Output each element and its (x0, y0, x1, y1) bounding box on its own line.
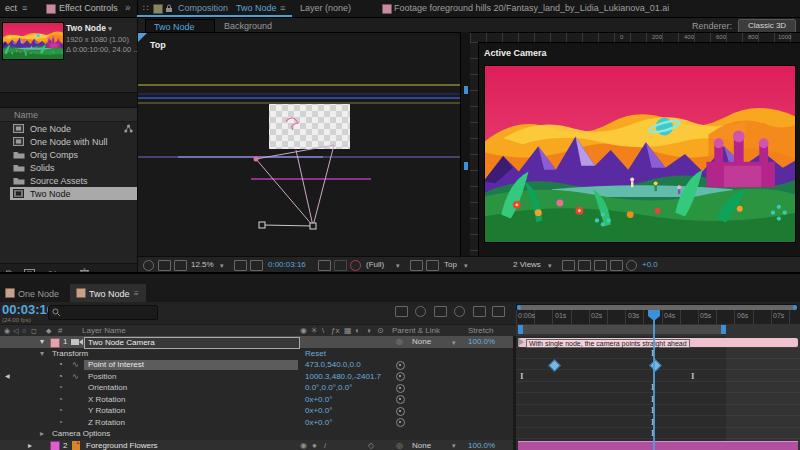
switch-icon-adjustment[interactable]: ◑ (366, 327, 371, 335)
graph-area[interactable] (516, 336, 800, 450)
viewport-active-camera[interactable]: 0 200 400 600 800 1000 Active Camera (470, 32, 800, 257)
timeline-tab-menu-icon[interactable]: ≡ (134, 290, 139, 298)
layer-row-two-node-camera[interactable]: ▾ 1 Two Node Camera ◎ None ▾ 100.0% (0, 336, 513, 348)
switch-icon-shy[interactable]: ◉ (300, 327, 307, 335)
project-item-one-node[interactable]: One Node (0, 122, 137, 135)
comp-panel-menu-icon[interactable]: ≡ (280, 4, 285, 13)
camera-options-group-row[interactable]: ▸ Camera Options (0, 428, 513, 440)
keyframe-indicator[interactable] (396, 372, 405, 381)
region-of-interest-icon[interactable] (410, 260, 423, 271)
quality-toggle-icon[interactable]: / (324, 442, 326, 450)
work-area-start-handle[interactable] (518, 325, 523, 334)
parent-select[interactable]: None (412, 338, 431, 346)
3d-toggle-icon[interactable]: ◇ (368, 442, 374, 450)
frame-blend-icon[interactable] (434, 306, 447, 317)
view-layout-select[interactable]: 2 Views (513, 261, 541, 269)
prop-value[interactable]: 473.0,540.0,0.0 (305, 361, 361, 369)
prop-row-position[interactable]: ◀ ◔ ∿ Position 1000.3,480.0,-2401.7 (0, 371, 513, 383)
prop-row-y-rotation[interactable]: ◔ Y Rotation 0x+0.0° (0, 405, 513, 417)
keyframe-indicator[interactable] (396, 407, 405, 416)
zoom-level[interactable]: 12.5% (191, 261, 214, 269)
prop-value[interactable]: 0x+0.0° (305, 419, 332, 427)
prop-value[interactable]: 0.0°,0.0°,0.0° (305, 384, 352, 392)
work-area-bar[interactable] (518, 325, 726, 334)
parent-chevron-icon[interactable]: ▾ (452, 339, 456, 346)
comp-timecode[interactable]: 0:00:03:16 (268, 261, 306, 269)
pickwhip-icon[interactable]: ◎ (396, 442, 403, 450)
renderer-button[interactable]: Classic 3D (738, 19, 796, 33)
project-search-field[interactable] (0, 92, 137, 108)
primary-viewer-icon[interactable] (158, 260, 171, 271)
keyframe-indicator[interactable] (396, 418, 405, 427)
prop-row-orientation[interactable]: ◔ Orientation 0.0°,0.0°,0.0° (0, 382, 513, 394)
tab-composition-name[interactable]: Two Node (236, 4, 277, 13)
magnification-icon[interactable] (174, 260, 187, 271)
transform-group-row[interactable]: ▾ Transform Reset (0, 348, 513, 360)
project-comp-name[interactable]: Two Node ▾ (66, 24, 112, 33)
project-item-two-node[interactable]: Two Node (10, 187, 137, 200)
layout-chevron-icon[interactable]: ▾ (548, 262, 552, 269)
mini-flowchart-icon[interactable] (395, 306, 408, 317)
tab-layer[interactable]: Layer (none) (300, 4, 351, 13)
show-snapshot-icon[interactable] (334, 260, 347, 271)
project-item-one-node-with-null[interactable]: One Node with Null (0, 135, 137, 148)
stopwatch-icon[interactable]: ◔ (58, 373, 63, 381)
viewer-tab-background[interactable]: Background (224, 22, 272, 31)
stretch-value[interactable]: 100.0% (468, 442, 495, 450)
column-graph-divider[interactable] (513, 336, 516, 450)
shy-toggle-icon[interactable]: ◉ (300, 442, 307, 450)
project-item-orig-comps[interactable]: Orig Comps (0, 148, 137, 161)
layer-color-swatch[interactable] (50, 338, 60, 348)
playhead-line[interactable] (653, 320, 655, 450)
work-area-end-handle[interactable] (721, 325, 726, 334)
lock-views-icon[interactable] (578, 260, 591, 271)
tab-effect-controls[interactable]: Effect Controls (59, 4, 118, 13)
project-item-source-assets[interactable]: Source Assets (0, 174, 137, 187)
graph-editor-icon[interactable] (473, 306, 486, 317)
prop-row-x-rotation[interactable]: ◔ X Rotation 0x+0.0° (0, 394, 513, 406)
prop-value[interactable]: 1000.3,480.0,-2401.7 (305, 373, 381, 381)
stretch-column-label[interactable]: Stretch (468, 327, 493, 335)
fast-previews-icon[interactable] (610, 260, 623, 271)
reset-link[interactable]: Reset (305, 350, 326, 358)
pickwhip-icon[interactable]: ◎ (396, 338, 403, 346)
motion-blur-icon[interactable] (454, 306, 465, 317)
exposure-value[interactable]: +0.0 (642, 261, 658, 269)
disclosure-chevron-icon[interactable]: ▾ (40, 350, 44, 358)
disclosure-chevron-icon[interactable]: ▸ (28, 442, 32, 450)
prop-row-z-rotation[interactable]: ◔ Z Rotation 0x+0.0° (0, 417, 513, 429)
always-preview-icon[interactable] (143, 260, 154, 271)
mask-visibility-icon[interactable] (250, 260, 263, 271)
panel-menu-icon[interactable]: ≡ (22, 4, 27, 13)
stopwatch-icon[interactable]: ◔ (58, 384, 63, 392)
tab-project-partial[interactable]: ect (5, 4, 17, 13)
prop-row-point-of-interest[interactable]: ◔ ∿ Point of Interest 473.0,540.0,0.0 (0, 359, 513, 371)
prop-value[interactable]: 0x+0.0° (305, 407, 332, 415)
switch-icon-frame-blend[interactable]: ▦ (344, 327, 352, 335)
keyframe-nav-left-icon[interactable]: ◀ (5, 373, 10, 379)
stretch-value[interactable]: 100.0% (468, 338, 495, 346)
switch-icon-motion-blur[interactable]: ◐ (355, 327, 360, 335)
switch-icon-collapse[interactable]: ✳ (311, 327, 318, 335)
layer-bar-foreground-flowers[interactable] (518, 441, 798, 450)
drag-handle-icon[interactable]: ∷ (143, 4, 149, 13)
tab-footage[interactable]: Footage foreground hills 20/Fantasy_land… (394, 4, 669, 13)
keyframe-indicator[interactable] (396, 384, 405, 393)
timeline-search-field[interactable] (48, 305, 158, 320)
switch-icon-effects[interactable]: ƒx (331, 327, 339, 335)
channels-icon[interactable] (350, 260, 361, 271)
snapshot-icon[interactable] (318, 260, 331, 271)
project-name-column-header[interactable]: Name (0, 108, 137, 122)
viewport-top-view[interactable]: Top (138, 32, 460, 257)
keyframe-indicator[interactable] (396, 361, 405, 370)
parent-chevron-icon[interactable]: ▾ (452, 442, 456, 449)
resolution-select[interactable]: (Full) (366, 261, 384, 269)
effects-toggle-icon[interactable]: ● (312, 442, 317, 450)
parent-link-column-label[interactable]: Parent & Link (392, 327, 440, 335)
layer-name-column-label[interactable]: Layer Name (82, 327, 126, 335)
gear-icon[interactable] (626, 260, 637, 271)
graph-toggle-icon[interactable]: ∿ (72, 373, 79, 381)
brainstorm-icon[interactable] (492, 306, 505, 317)
timeline-tab-two-node[interactable]: Two Node ≡ (70, 284, 146, 304)
view-chevron-icon[interactable]: ▾ (464, 262, 468, 269)
